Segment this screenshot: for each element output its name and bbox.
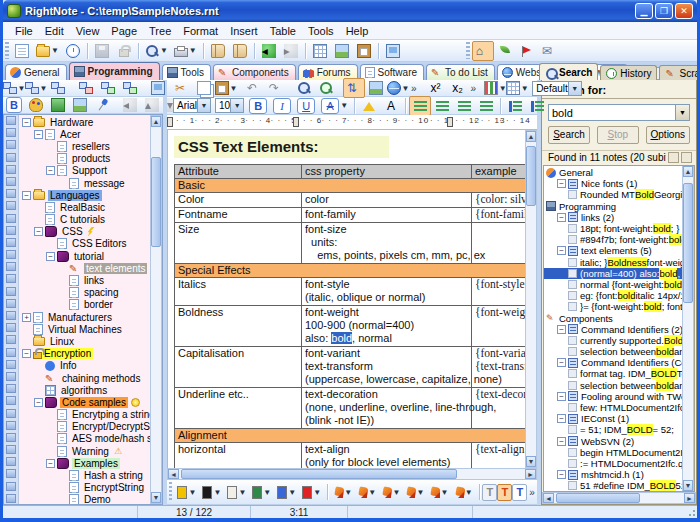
scroll-down-icon[interactable]: ▼ [683, 480, 693, 491]
scroll-left-icon[interactable]: ◄ [168, 469, 179, 479]
expand-toggle-icon[interactable]: − [557, 179, 566, 188]
resize-grip[interactable] [685, 506, 697, 518]
export-notebook-button[interactable] [229, 41, 251, 61]
highlighter-pen-button-5[interactable]: ▼ [427, 482, 451, 502]
underline-button[interactable]: U [294, 96, 318, 116]
expand-toggle-icon[interactable]: − [557, 325, 566, 334]
scroll-thumb[interactable] [526, 146, 536, 206]
menu-file[interactable]: File [9, 24, 39, 38]
result-item[interactable]: selection between bold and nor [544, 346, 682, 357]
result-item[interactable]: Rounded MT Bold Georgia Latha [544, 189, 682, 200]
tree-item-message[interactable]: message [19, 177, 150, 189]
plant-button[interactable] [494, 41, 516, 61]
menu-help[interactable]: Help [340, 24, 375, 38]
forward-button[interactable]: ▸ [280, 41, 302, 61]
tree-item-virtual-machines[interactable]: Virtual Machines [19, 323, 150, 335]
expand-toggle-icon[interactable]: − [34, 398, 43, 407]
tree-item-chaining-methods[interactable]: ✎chaining methods [19, 372, 150, 384]
tree-item-css[interactable]: −CSS [19, 226, 150, 238]
menu-edit[interactable]: Edit [39, 24, 70, 38]
tree-item-linux[interactable]: Linux [19, 335, 150, 347]
scroll-left-icon[interactable]: ◄ [543, 493, 554, 503]
text-color-button-4[interactable]: ▼ [249, 482, 274, 502]
tree-item-support[interactable]: −Support [19, 165, 150, 177]
tree-scrollbar[interactable]: ▲ ▼ [150, 115, 162, 504]
highlighter-pen-button-4[interactable]: ▼ [403, 482, 427, 502]
tab-scratch[interactable]: ✎Scratch [659, 65, 700, 80]
tree-item-encryption[interactable]: −Encryption [19, 348, 150, 360]
plain-text-button[interactable]: T [482, 484, 497, 501]
result-item[interactable]: }= {font-weight: bold; font-sty [544, 301, 682, 312]
text-color-button-6[interactable]: ▼ [299, 482, 324, 502]
tree-item-info[interactable]: Info [19, 360, 150, 372]
expand-toggle-icon[interactable]: − [34, 227, 43, 236]
result-item[interactable]: few: HTMLDocument2Ifc.execC [544, 402, 682, 413]
tree-item-languages[interactable]: −Languages [19, 189, 150, 201]
chevron-down-icon[interactable]: ▼ [675, 105, 689, 120]
highlighter-pen-button-6[interactable]: ▼ [452, 482, 476, 502]
italic-button[interactable]: I [270, 96, 294, 116]
text-color-button-5[interactable]: ▼ [274, 482, 299, 502]
tab-search[interactable]: Search [539, 63, 598, 80]
expand-toggle-icon[interactable]: − [46, 166, 55, 175]
highlighter-pen-button-2[interactable]: ▼ [355, 482, 379, 502]
minimize-button[interactable]: ▁ [635, 3, 653, 19]
expand-toggle-icon[interactable]: − [22, 191, 31, 200]
result-item[interactable]: −Command Identifiers (2) [544, 324, 682, 335]
tree-item-text-elements[interactable]: ✎text elementsi [19, 262, 150, 274]
pin-note-button[interactable] [91, 95, 113, 115]
expand-toggle-icon[interactable]: − [557, 392, 566, 401]
expand-toggle-icon[interactable]: − [46, 252, 55, 261]
flag-button[interactable] [516, 41, 538, 61]
scroll-thumb[interactable] [683, 183, 693, 303]
result-item[interactable]: −Fooling around with TWebBrowser ( [544, 391, 682, 402]
menu-tree[interactable]: Tree [143, 24, 177, 38]
menu-insert[interactable]: Insert [224, 24, 264, 38]
tree-item-c-tutorials[interactable]: C tutorials [19, 214, 150, 226]
import-notebook-button[interactable] [207, 41, 229, 61]
formatted-text-button[interactable]: T [512, 484, 527, 501]
tree-item-encryptstring[interactable]: EncryptString [19, 482, 150, 494]
result-item[interactable]: 51 #define IDM_BOLD 52 #defi [544, 480, 682, 491]
menu-format[interactable]: Format [177, 24, 224, 38]
text-color-button-1[interactable]: ▼ [174, 482, 199, 502]
scroll-down-icon[interactable]: ▼ [526, 456, 536, 467]
align-right-button[interactable] [453, 96, 475, 116]
ruler[interactable]: · · · 1· · · 2· · · 3· · · 4· · · 5· · ·… [167, 115, 537, 130]
workspace-button[interactable] [382, 41, 404, 61]
result-item[interactable]: eg: {font: bold italic 14px/1. [544, 290, 682, 301]
expand-toggle-icon[interactable]: − [46, 459, 55, 468]
expand-toggle-icon[interactable]: − [557, 470, 566, 479]
tree-item-manufacturers[interactable]: +Manufacturers [19, 311, 150, 323]
tree-item-links[interactable]: links [19, 274, 150, 286]
tree-item-border[interactable]: border [19, 299, 150, 311]
document-area[interactable]: CSS Text Elements: Attributecss property… [167, 130, 525, 468]
print-button[interactable]: ▼ [171, 41, 200, 61]
style-preset-select[interactable]: Default▼ [532, 81, 582, 96]
result-item[interactable]: selection between bold and nor [544, 380, 682, 391]
align-justify-button[interactable] [475, 96, 497, 116]
result-item[interactable]: Programming [544, 201, 682, 212]
font-color-button[interactable]: A [380, 96, 402, 116]
expand-toggle-icon[interactable]: + [22, 313, 31, 322]
copy-button[interactable] [193, 78, 215, 98]
result-item[interactable]: format tag. IDM_BOLD Toggles [544, 368, 682, 379]
result-item[interactable]: (normal=400) also: bold, norma [544, 268, 682, 279]
right-margin-marker[interactable] [447, 117, 453, 127]
scroll-thumb[interactable] [181, 469, 457, 479]
editor-scrollbar[interactable]: ▲ ▼ [525, 130, 537, 468]
tree-item-spacing[interactable]: spacing [19, 287, 150, 299]
scroll-up-icon[interactable]: ▲ [151, 116, 161, 127]
left-margin-marker[interactable] [293, 117, 299, 127]
result-item[interactable]: italic; } Boldness font-weight 10 [544, 257, 682, 268]
highlight-text-button[interactable]: T [497, 484, 512, 501]
results-hscrollbar[interactable]: ◄ ► [542, 492, 696, 504]
menu-tools[interactable]: Tools [302, 24, 340, 38]
result-item[interactable]: −IEConst (1) [544, 413, 682, 424]
bold-button[interactable]: B [246, 96, 270, 116]
scroll-thumb[interactable] [151, 157, 161, 247]
result-item[interactable]: −links (2) [544, 212, 682, 223]
note-highlight-button[interactable] [47, 95, 69, 115]
expand-toggle-icon[interactable]: − [557, 358, 566, 367]
highlighter-pen-button-3[interactable]: ▼ [379, 482, 403, 502]
